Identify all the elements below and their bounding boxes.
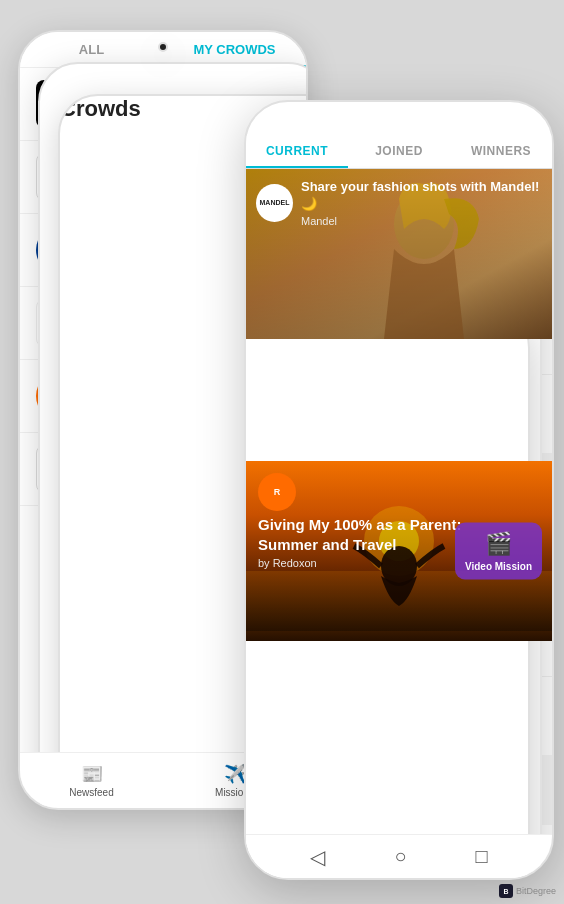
mission-brand-name: Mandel bbox=[301, 215, 552, 227]
watermark-text: BitDegree bbox=[516, 886, 556, 896]
bitdegree-icon: B bbox=[499, 884, 513, 898]
mission-image-mandel: MANDEL Share your fashion shots with Man… bbox=[246, 169, 552, 339]
android-nav-bar: ◁ ○ □ bbox=[246, 834, 552, 878]
video-mission-badge: 🎬 Video Mission bbox=[455, 523, 542, 580]
video-label: Video Mission bbox=[465, 561, 532, 572]
newsfeed-icon: 📰 bbox=[81, 763, 103, 785]
camera-notch-back bbox=[158, 42, 168, 52]
missions-phone: ☰ Missions 🔍 CURRENT JOINED WINNERS bbox=[244, 100, 554, 880]
tab-current[interactable]: CURRENT bbox=[246, 134, 348, 168]
redoxon-brand: by Redoxon bbox=[258, 557, 462, 569]
mission-title: Share your fashion shots with Mandel! 🌙 bbox=[301, 179, 552, 213]
home-button[interactable]: ○ bbox=[394, 845, 406, 868]
recent-button[interactable]: □ bbox=[475, 845, 487, 868]
mission-title-group: Share your fashion shots with Mandel! 🌙 … bbox=[301, 179, 552, 227]
watermark: B BitDegree bbox=[499, 884, 556, 898]
tab-winners[interactable]: WINNERS bbox=[450, 134, 552, 168]
brand-row: MANDEL Share your fashion shots with Man… bbox=[256, 179, 552, 227]
tab-joined[interactable]: JOINED bbox=[348, 134, 450, 168]
video-icon: 🎬 bbox=[485, 531, 512, 557]
mission-image-redoxon: R Giving My 100% as a Parent: Summer and… bbox=[246, 461, 552, 641]
bitdegree-icon-letter: B bbox=[503, 888, 508, 895]
redoxon-brand-row: R Giving My 100% as a Parent: Summer and… bbox=[258, 473, 462, 569]
redoxon-title: Giving My 100% as a Parent: Summer and T… bbox=[258, 515, 462, 554]
newsfeed-label: Newsfeed bbox=[69, 787, 113, 798]
mandel-badge: MANDEL bbox=[256, 184, 293, 222]
back-button[interactable]: ◁ bbox=[310, 845, 325, 869]
nav-newsfeed[interactable]: 📰 Newsfeed bbox=[20, 763, 163, 798]
missions-nav-icon: ✈️ bbox=[224, 763, 246, 785]
missions-tabs: CURRENT JOINED WINNERS bbox=[246, 134, 552, 169]
redoxon-badge: R bbox=[258, 473, 296, 511]
